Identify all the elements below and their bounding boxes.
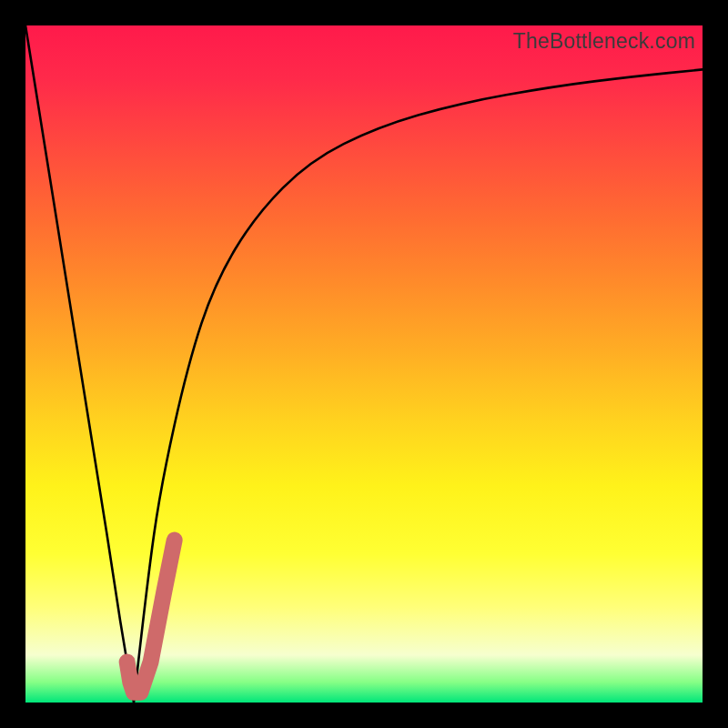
black-curve-path <box>25 25 703 703</box>
curves-svg <box>25 25 703 703</box>
plot-area: TheBottleneck.com <box>25 25 703 703</box>
chart-frame: TheBottleneck.com <box>0 0 728 728</box>
